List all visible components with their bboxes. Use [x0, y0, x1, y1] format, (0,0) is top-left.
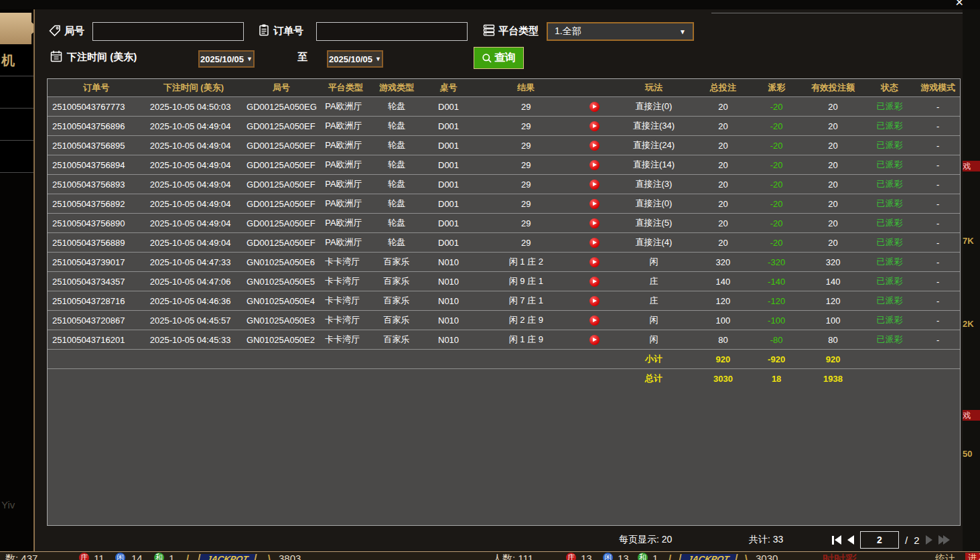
platform-select[interactable]: 1.全部 ▼ [547, 22, 694, 41]
cell-bet-type: 庄 [612, 272, 697, 291]
cell-status: 已派彩 [863, 194, 916, 214]
cell-payout: -20 [750, 97, 803, 117]
date-from-picker[interactable]: 2025/10/05 ▼ [198, 50, 255, 68]
cell-bet-type: 庄 [612, 291, 697, 311]
cell-result: 闲 1 庄 9 [474, 330, 577, 350]
cell-table: D001 [423, 97, 475, 117]
cell-platform: PA欧洲厅 [320, 175, 370, 194]
cell-bet-time: 2025-10-05 04:50:03 [145, 97, 242, 117]
cell-total-bet: 20 [696, 233, 750, 253]
cell-table: D001 [423, 155, 475, 175]
cell-game-mode: - [916, 155, 961, 175]
cell-platform: 卡卡湾厅 [320, 291, 370, 311]
cell-game-mode: - [916, 97, 961, 117]
last-page-button[interactable] [938, 535, 950, 545]
cell-payout: -20 [750, 214, 803, 233]
play-icon[interactable] [589, 257, 600, 267]
chevron-down-icon: ▼ [247, 56, 253, 62]
cell-result: 闲 9 庄 1 [474, 272, 577, 291]
banker-badge: 庄 [566, 553, 576, 560]
cell-table: D001 [423, 117, 475, 136]
order-input[interactable] [316, 22, 468, 41]
date-to-picker[interactable]: 2025/10/05 ▼ [327, 50, 383, 68]
play-icon[interactable] [589, 141, 600, 151]
first-page-button[interactable] [832, 535, 841, 545]
play-icon[interactable] [589, 238, 600, 248]
to-label: 至 [297, 51, 307, 64]
background-fragment: 50 [963, 449, 980, 459]
cell-bet-time: 2025-10-05 04:49:04 [145, 233, 242, 253]
cell-round: GN01025A050E6 [242, 253, 320, 272]
cell-bet-type: 闲 [612, 311, 697, 330]
cell-total-bet: 20 [696, 117, 750, 136]
col-game-mode: 游戏模式 [916, 79, 961, 97]
sidebar-tab-machine[interactable]: 机 [0, 45, 33, 76]
cell-total-bet: 140 [696, 272, 750, 291]
cell-status: 已派彩 [863, 155, 916, 175]
cell-platform: 卡卡湾厅 [320, 330, 370, 350]
table-row: 251005043756892 2025-10-05 04:49:04 GD00… [48, 194, 960, 214]
play-icon[interactable] [589, 180, 600, 190]
table-row: 251005043734357 2025-10-05 04:47:06 GN01… [48, 272, 960, 291]
play-icon[interactable] [589, 160, 600, 170]
cell-bet-type: 直接注(34) [612, 117, 697, 136]
cell-platform: PA欧洲厅 [320, 117, 370, 136]
platform-select-value: 1.全部 [555, 25, 581, 38]
cell-game-mode: - [916, 136, 961, 155]
cell-result: 29 [474, 117, 577, 136]
banker-badge: 庄 [79, 553, 89, 560]
cell-bet-time: 2025-10-05 04:47:33 [145, 253, 242, 272]
query-button[interactable]: 查询 [474, 47, 524, 69]
cell-valid-bet: 20 [803, 233, 863, 253]
banker-count: 11 [94, 553, 104, 560]
cell-status: 已派彩 [863, 330, 916, 350]
cell-game-mode: - [916, 272, 961, 291]
cell-bet-type: 直接注(5) [612, 214, 697, 233]
play-icon[interactable] [589, 335, 600, 345]
search-icon [482, 53, 492, 64]
enter-game-button: 进入游戏 [965, 553, 980, 560]
sidebar-tab[interactable] [0, 141, 33, 173]
table-row: 251005043767773 2025-10-05 04:50:03 GD00… [48, 97, 960, 117]
sidebar-tab[interactable] [0, 109, 33, 141]
cell-round: GD00125A050EG [242, 97, 320, 117]
subtotal-total: 920 [696, 350, 750, 369]
cell-order: 251005043767773 [48, 97, 145, 117]
play-icon[interactable] [589, 199, 600, 209]
play-icon[interactable] [589, 218, 600, 228]
cell-payout: -20 [750, 117, 803, 136]
next-page-button[interactable] [926, 535, 932, 545]
sidebar-tab[interactable] [0, 77, 33, 109]
cell-bet-type: 直接注(0) [612, 194, 697, 214]
cell-order: 251005043716201 [48, 330, 145, 350]
play-icon[interactable] [589, 102, 600, 112]
background-fragment: 戏 [963, 161, 980, 171]
background-fragment: 2K [963, 319, 980, 329]
background-fragment: Yiv [1, 499, 15, 510]
col-platform: 平台类型 [320, 79, 370, 97]
cell-result: 闲 1 庄 2 [474, 253, 577, 272]
sidebar-active-tab[interactable] [0, 13, 31, 44]
play-icon[interactable] [589, 121, 600, 131]
play-icon[interactable] [589, 277, 600, 287]
page-input[interactable] [860, 531, 899, 549]
subtotal-valid: 920 [803, 350, 863, 369]
cell-order: 251005043734357 [48, 272, 145, 291]
cell-total-bet: 20 [696, 175, 750, 194]
cell-platform: PA欧洲厅 [320, 136, 370, 155]
cell-round: GD00125A050EF [242, 117, 320, 136]
cell-total-bet: 20 [696, 136, 750, 155]
divider [711, 13, 963, 13]
play-icon[interactable] [589, 316, 600, 326]
cell-bet-type: 闲 [612, 330, 697, 350]
bet-time-label: 下注时间 (美东) [67, 51, 137, 64]
cell-valid-bet: 20 [803, 155, 863, 175]
cell-bet-time: 2025-10-05 04:45:33 [145, 330, 242, 350]
grand-total-label: 总计 [612, 369, 697, 389]
close-icon[interactable]: ✕ [955, 0, 964, 8]
play-icon[interactable] [589, 296, 600, 306]
round-input[interactable] [92, 22, 244, 41]
table-row: 251005043720867 2025-10-05 04:45:57 GN01… [48, 311, 960, 330]
prev-page-button[interactable] [847, 535, 854, 545]
cell-valid-bet: 120 [803, 291, 863, 311]
